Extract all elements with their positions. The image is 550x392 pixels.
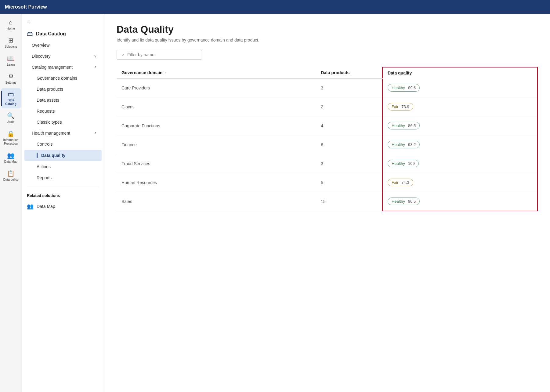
app-title: Microsoft Purview: [5, 4, 47, 10]
nav-item-classic-types[interactable]: Classic types: [24, 117, 102, 127]
nav-controls-label: Controls: [37, 142, 52, 147]
cell-domain-5: Human Resources: [117, 173, 316, 192]
badge-label-1: Fair: [392, 104, 398, 109]
badge-score-0: 89.6: [408, 85, 416, 90]
nav-item-governance-domains[interactable]: Governance domains: [24, 73, 102, 83]
quality-badge-4: Healthy100: [388, 160, 419, 167]
nav-requests-label: Requests: [37, 109, 55, 114]
quality-badge-0: Healthy89.6: [388, 84, 420, 92]
nav-item-data-products[interactable]: Data products: [24, 84, 102, 94]
sidebar-item-data-map[interactable]: 👥Data Map: [1, 149, 21, 166]
sidebar-item-settings[interactable]: ⚙Settings: [1, 70, 21, 87]
sidebar-item-learn[interactable]: 📖Learn: [1, 52, 21, 69]
badge-score-3: 93.2: [408, 142, 416, 147]
sort-icon-domain[interactable]: ↑: [165, 71, 167, 75]
cell-quality-1: Fair73.9: [382, 97, 537, 116]
app-body: ⌂Home⊞Solutions📖Learn⚙Settings🗃Data Cata…: [0, 14, 550, 392]
table-row: Care Providers3Healthy89.6: [117, 78, 537, 97]
sidebar-item-label-data-policy: Data policy: [3, 178, 18, 182]
nav-item-catalog-management[interactable]: Catalog management ∧: [24, 62, 102, 72]
sidebar-item-home[interactable]: ⌂Home: [1, 16, 21, 33]
cell-products-5: 5: [316, 173, 382, 192]
hamburger-button[interactable]: ≡: [27, 19, 30, 25]
nav-item-controls[interactable]: Controls: [24, 139, 102, 149]
badge-label-4: Healthy: [392, 161, 405, 166]
nav-item-data-assets[interactable]: Data assets: [24, 95, 102, 105]
related-solutions-title: Related solutions: [22, 191, 104, 200]
quality-badge-3: Healthy93.2: [388, 141, 420, 148]
nav-catalog-mgmt-label: Catalog management: [32, 65, 73, 70]
cell-domain-1: Claims: [117, 97, 316, 116]
nav-item-requests[interactable]: Requests: [24, 106, 102, 116]
nav-actions-label: Actions: [37, 164, 51, 169]
sidebar-item-data-policy[interactable]: 📋Data policy: [1, 167, 21, 184]
sidebar-item-info-protection[interactable]: 🔒Information Protection: [1, 128, 21, 148]
cell-quality-3: Healthy93.2: [382, 135, 537, 154]
filter-input[interactable]: [127, 52, 197, 57]
cell-domain-2: Corporate Functions: [117, 116, 316, 135]
sidebar-item-data-catalog[interactable]: 🗃Data Catalog: [1, 88, 21, 108]
badge-label-2: Healthy: [392, 123, 405, 128]
nav-classic-types-label: Classic types: [37, 120, 62, 125]
nav-item-data-quality[interactable]: Data quality: [24, 150, 102, 161]
solutions-icon: ⊞: [8, 37, 13, 44]
nav-data-products-label: Data products: [37, 87, 63, 92]
home-icon: ⌂: [9, 19, 13, 26]
nav-data-quality-label: Data quality: [41, 153, 65, 158]
cell-domain-3: Finance: [117, 135, 316, 154]
cell-quality-5: Fair74.3: [382, 173, 537, 192]
col-header-products: Data products: [316, 67, 382, 78]
topbar: Microsoft Purview: [0, 0, 550, 14]
col-domain-label: Governance domain: [121, 70, 163, 75]
page-subtitle: Identify and fix data quality issues by …: [117, 38, 538, 42]
table-row: Corporate Functions4Healthy86.5: [117, 116, 537, 135]
chevron-down-icon: ∨: [94, 54, 97, 58]
filter-input-container[interactable]: ⊿: [117, 50, 202, 60]
badge-score-4: 100: [408, 161, 415, 166]
sidebar-item-audit[interactable]: 🔍Audit: [1, 110, 21, 126]
nav-item-discovery[interactable]: Discovery ∨: [24, 51, 102, 61]
cell-domain-4: Fraud Services: [117, 154, 316, 173]
chevron-up-icon-health: ∧: [94, 131, 97, 135]
cell-products-2: 4: [316, 116, 382, 135]
sidebar-item-label-data-catalog: Data Catalog: [3, 99, 19, 106]
cell-products-4: 3: [316, 154, 382, 173]
audit-icon: 🔍: [7, 112, 15, 119]
nav-item-health-management[interactable]: Health management ∧: [24, 128, 102, 138]
sidebar-item-label-solutions: Solutions: [5, 45, 17, 49]
nav-health-mgmt-label: Health management: [32, 131, 70, 136]
data-catalog-icon: 🗃: [27, 30, 33, 37]
nav-data-assets-label: Data assets: [37, 98, 59, 103]
data-quality-table: Governance domain ↑ Data products Data q…: [117, 67, 538, 211]
nav-section-title: 🗃 Data Catalog: [22, 28, 104, 40]
table-row: Sales15Healthy90.5: [117, 192, 537, 211]
nav-item-left: Data quality: [37, 153, 65, 158]
filter-bar: ⊿: [117, 50, 538, 60]
nav-divider: [27, 187, 99, 187]
related-item-data-map[interactable]: 👥 Data Map: [22, 200, 104, 212]
cell-quality-6: Healthy90.5: [382, 192, 537, 211]
sidebar-item-label-data-map: Data Map: [4, 160, 17, 164]
nav-governance-domains-label: Governance domains: [37, 76, 77, 81]
nav-item-reports[interactable]: Reports: [24, 172, 102, 183]
filter-icon: ⊿: [121, 52, 125, 57]
sidebar-item-label-info-protection: Information Protection: [3, 138, 19, 146]
quality-badge-6: Healthy90.5: [388, 198, 420, 205]
icon-sidebar: ⌂Home⊞Solutions📖Learn⚙Settings🗃Data Cata…: [0, 14, 22, 392]
sidebar-item-solutions[interactable]: ⊞Solutions: [1, 34, 21, 51]
table-row: Human Resources5Fair74.3: [117, 173, 537, 192]
nav-item-actions[interactable]: Actions: [24, 162, 102, 172]
sidebar-item-label-audit: Audit: [7, 120, 14, 124]
badge-score-6: 90.5: [408, 199, 416, 204]
nav-discovery-label: Discovery: [32, 54, 50, 59]
col-header-domain: Governance domain ↑: [117, 67, 316, 78]
cell-products-6: 15: [316, 192, 382, 211]
related-data-map-label: Data Map: [37, 204, 55, 209]
badge-label-5: Fair: [392, 180, 398, 185]
main-content: Data Quality Identify and fix data quali…: [104, 14, 550, 392]
col-quality-label: Data quality: [388, 71, 412, 75]
nav-item-overview[interactable]: Overview: [24, 40, 102, 50]
badge-label-3: Healthy: [392, 142, 405, 147]
quality-badge-2: Healthy86.5: [388, 122, 420, 129]
cell-quality-0: Healthy89.6: [382, 78, 537, 97]
